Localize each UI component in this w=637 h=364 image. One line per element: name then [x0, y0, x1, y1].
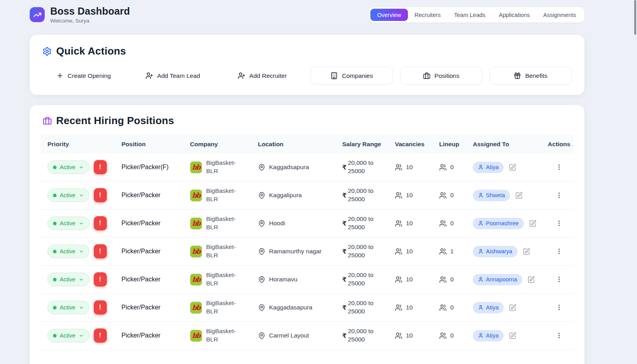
status-dropdown[interactable]: Active — [47, 217, 89, 230]
tab-team-leads[interactable]: Team Leads — [447, 9, 492, 21]
add-recruiter-button[interactable]: Add Recruiter — [221, 67, 303, 85]
edit-assignment-button[interactable] — [515, 192, 523, 199]
tab-assignments[interactable]: Assignments — [537, 9, 583, 21]
priority-alert-button[interactable]: ! — [94, 300, 107, 315]
rupee-icon: ₹ — [342, 276, 347, 283]
create-opening-button[interactable]: Create Opening — [42, 67, 125, 85]
status-dropdown[interactable]: Active — [47, 273, 89, 286]
priority-alert-button[interactable]: ! — [94, 160, 107, 174]
user-icon — [478, 164, 483, 170]
users-icon — [439, 220, 447, 227]
button-label: Add Recruiter — [249, 72, 287, 79]
status-dot-icon — [53, 222, 57, 225]
priority-alert-button[interactable]: ! — [94, 328, 107, 343]
priority-cell: Active ! — [47, 160, 121, 174]
status-dot-icon — [53, 250, 57, 253]
user-icon — [478, 333, 483, 338]
status-dot-icon — [53, 334, 57, 338]
vacancies-count: 10 — [406, 164, 413, 171]
assigned-cell: Poornashree — [473, 218, 544, 229]
tab-recruiters[interactable]: Recruiters — [408, 9, 447, 21]
company-name: BigBasket-BLR — [206, 271, 236, 288]
row-actions-menu-button[interactable] — [554, 302, 564, 313]
priority-alert-button[interactable]: ! — [94, 216, 107, 230]
main-nav: Overview Recruiters Team Leads Applicati… — [369, 7, 584, 23]
rupee-icon: ₹ — [342, 192, 347, 199]
lineup-count: 1 — [450, 248, 454, 255]
users-icon — [395, 164, 402, 171]
priority-cell: Active ! — [47, 328, 121, 343]
lineup-cell: 0 — [439, 192, 473, 199]
scrollbar-thumb[interactable] — [634, 0, 636, 35]
plus-icon — [56, 72, 64, 79]
tab-overview[interactable]: Overview — [370, 9, 408, 21]
assigned-cell: Atiya — [473, 330, 544, 341]
salary-cell: ₹ 20,000 to25000 — [342, 327, 395, 344]
position-name: Picker/Packer(F) — [121, 164, 190, 171]
salary-cell: ₹ 20,000 to25000 — [342, 187, 395, 204]
tab-applications[interactable]: Applications — [492, 9, 537, 21]
lineup-cell: 0 — [439, 304, 473, 311]
position-name: Picker/Packer — [121, 332, 190, 339]
status-dropdown[interactable]: Active — [47, 301, 89, 314]
row-actions-menu-button[interactable] — [554, 190, 564, 200]
priority-cell: Active ! — [47, 216, 121, 230]
company-name: BigBasket-BLR — [206, 159, 236, 175]
vacancies-cell: 10 — [395, 332, 439, 339]
edit-assignment-button[interactable] — [523, 248, 530, 255]
user-icon — [478, 221, 483, 226]
salary-cell: ₹ 20,000 to25000 — [342, 215, 395, 232]
edit-assignment-button[interactable] — [527, 276, 535, 283]
company-cell: bb BigBasket-BLR — [190, 271, 258, 288]
column-header-lineup: Lineup — [439, 141, 473, 148]
assigned-badge: Atiya — [473, 330, 504, 341]
assigned-name: Atiya — [486, 164, 499, 170]
user-icon — [478, 192, 483, 198]
rupee-icon: ₹ — [342, 304, 347, 311]
benefits-button[interactable]: Benefits — [489, 67, 572, 85]
salary-cell: ₹ 20,000 to25000 — [342, 271, 395, 288]
edit-assignment-button[interactable] — [509, 164, 516, 171]
map-pin-icon — [258, 248, 265, 255]
chevron-down-icon — [79, 193, 84, 198]
status-dropdown[interactable]: Active — [47, 245, 89, 258]
users-icon — [439, 164, 447, 171]
vacancies-count: 10 — [406, 332, 413, 339]
users-icon — [439, 276, 447, 283]
companies-button[interactable]: Companies — [311, 67, 393, 85]
company-name: BigBasket-BLR — [206, 299, 236, 316]
salary-cell: ₹ 20,000 to25000 — [342, 299, 395, 316]
chevron-down-icon — [79, 333, 84, 338]
edit-assignment-button[interactable] — [509, 332, 516, 339]
rupee-icon: ₹ — [342, 332, 347, 339]
row-actions-menu-button[interactable] — [554, 218, 564, 228]
row-actions-menu-button[interactable] — [554, 162, 564, 172]
assigned-badge: Shweta — [473, 190, 510, 201]
priority-alert-button[interactable]: ! — [94, 188, 107, 202]
positions-button[interactable]: Positions — [400, 67, 482, 85]
status-label: Active — [60, 332, 76, 339]
user-icon — [478, 305, 483, 310]
edit-assignment-button[interactable] — [509, 304, 516, 311]
vacancies-count: 10 — [406, 220, 413, 227]
company-cell: bb BigBasket-BLR — [190, 187, 258, 204]
bigbasket-logo: bb — [190, 189, 202, 202]
row-actions-menu-button[interactable] — [554, 274, 564, 285]
status-dropdown[interactable]: Active — [47, 189, 89, 202]
edit-assignment-button[interactable] — [529, 220, 537, 227]
priority-alert-button[interactable]: ! — [94, 272, 107, 287]
location-text: Hoodi — [269, 220, 285, 227]
status-dropdown[interactable]: Active — [47, 160, 89, 174]
priority-alert-button[interactable]: ! — [94, 244, 107, 258]
quick-actions-card: Quick Actions Create Opening Add Team Le… — [30, 35, 584, 95]
vacancies-cell: 10 — [395, 248, 439, 255]
column-header-actions: Actions — [544, 141, 574, 148]
status-dropdown[interactable]: Active — [47, 329, 89, 342]
users-icon — [439, 304, 447, 311]
row-actions-menu-button[interactable] — [554, 246, 564, 256]
add-team-lead-button[interactable]: Add Team Lead — [132, 67, 214, 85]
location-cell: Ramamurthy nagar — [258, 248, 342, 255]
assigned-name: Atiya — [486, 332, 499, 339]
row-actions-menu-button[interactable] — [554, 330, 564, 341]
button-label: Positions — [434, 72, 459, 79]
